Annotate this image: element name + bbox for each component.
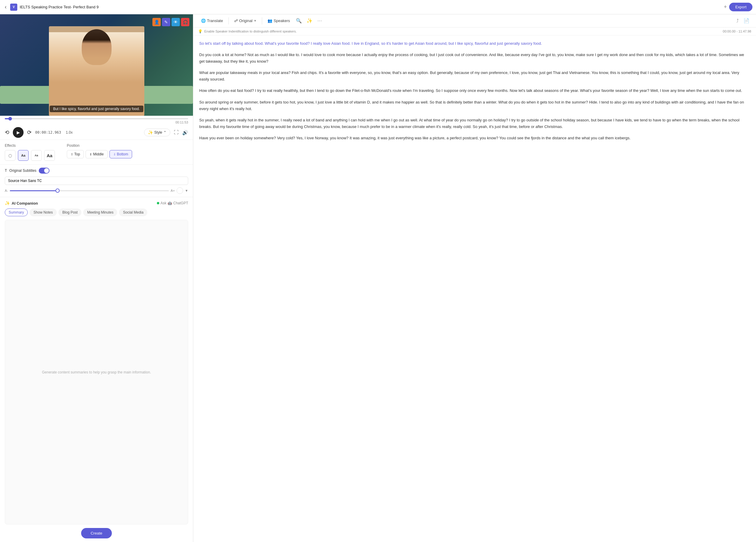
effects-section: Effects ◌ Aa Aa Aa [5, 143, 55, 161]
video-icon-edit[interactable]: ✎ [162, 18, 170, 26]
video-icon-face[interactable]: 👤 [152, 18, 161, 26]
style-label: Style [154, 130, 162, 135]
ai-companion-panel: ✨ AI Companion Ask 🤖 ChatGPT Summary Sho… [0, 197, 193, 542]
video-player: 👤 ✎ 👁 🎧 But I like spicy, flavorful and … [0, 14, 193, 116]
ai-companion-title: ✨ AI Companion [5, 201, 38, 206]
subtitles-label: Original Subtitles [9, 169, 36, 173]
right-panel: 🌐 Translate ☍ Original ▼ 👥 Speakers 🔍 ✨ … [193, 14, 756, 542]
video-head [82, 29, 112, 65]
video-person [49, 26, 144, 116]
aa1-icon: Aa [21, 154, 25, 157]
left-panel: 👤 ✎ 👁 🎧 But I like spicy, flavorful and … [0, 14, 193, 542]
create-button[interactable]: Create [81, 528, 112, 538]
translate-icon: 🌐 [201, 18, 206, 23]
dropdown-arrow-icon: ▼ [254, 19, 257, 22]
transcript-content[interactable]: So let's start off by talking about food… [193, 35, 756, 542]
original-icon: ☍ [234, 18, 238, 23]
tab-summary[interactable]: Summary [5, 209, 28, 216]
translate-button[interactable]: 🌐 Translate [198, 17, 226, 24]
subtitle-label: T [5, 169, 7, 173]
speaker-lightbulb-icon: 💡 [198, 29, 202, 33]
position-label: Position [67, 143, 132, 148]
font-color-picker[interactable] [177, 187, 183, 194]
tab-show-notes[interactable]: Show Notes [30, 209, 57, 216]
progress-time: 00:11:53 [5, 121, 188, 124]
translate-label: Translate [207, 18, 223, 23]
volume-button[interactable]: 🔊 [182, 130, 188, 135]
transcript-para-3: So around spring or early summer, before… [199, 99, 750, 112]
video-frame [0, 14, 193, 116]
screen-button[interactable]: ⛶ [174, 130, 179, 135]
back-button[interactable]: ‹ [4, 3, 8, 11]
effect-aa1-btn[interactable]: Aa [18, 150, 29, 161]
controls-area: ⟲ ▶ ⟳ 00:00:12.963 1.0x ✨ Style ⌃ ⛶ 🔊 [0, 125, 193, 140]
export-options-button[interactable]: 📄 [742, 17, 751, 25]
play-button[interactable]: ▶ [13, 127, 24, 138]
position-middle-button[interactable]: ⇕ Middle [86, 150, 107, 158]
subtitles-toggle-row: T Original Subtitles [5, 168, 188, 174]
speaker-identification-bar: 💡 Enable Speaker Indentification to dist… [193, 27, 756, 35]
subtitle-bar: But I like spicy, flavorful and just gen… [50, 106, 143, 112]
time-range-text: 00:00.00 - 11:47.98 [723, 30, 751, 33]
online-indicator [157, 202, 159, 204]
toggle-dot [44, 168, 49, 173]
ai-sparkle-icon: ✨ [5, 201, 10, 206]
tab-blog-post[interactable]: Blog Post [58, 209, 81, 216]
expand-button[interactable]: ⤴ [735, 17, 740, 25]
position-top-button[interactable]: ⇧ Top [67, 150, 84, 158]
color-dropdown-arrow[interactable]: ▼ [185, 189, 188, 192]
position-buttons: ⇧ Top ⇕ Middle ⇩ Bottom [67, 150, 132, 158]
ai-content-area: Generate content summaries to help you g… [5, 220, 188, 524]
video-icon-headphones[interactable]: 🎧 [181, 18, 189, 26]
transcript-para-0: Do you cook a lot at home? Not as much a… [199, 52, 750, 65]
bottom-arrow-icon: ⇩ [113, 153, 116, 156]
ask-gpt-area[interactable]: Ask 🤖 ChatGPT [157, 201, 188, 205]
style-button[interactable]: ✨ Style ⌃ [144, 129, 170, 136]
magic-wand-button[interactable]: ✨ [305, 17, 314, 25]
effect-clock-btn[interactable]: ◌ [5, 150, 16, 161]
subtitles-area: T Original Subtitles Source Han Sans TC … [0, 165, 193, 197]
subtitles-toggle[interactable] [39, 168, 50, 174]
effects-icons: ◌ Aa Aa Aa [5, 150, 55, 161]
tab-social-media[interactable]: Social Media [119, 209, 147, 216]
middle-arrow-icon: ⇕ [89, 153, 92, 156]
original-button[interactable]: ☍ Original ▼ [231, 17, 260, 24]
aa2-icon: Aa [35, 154, 38, 157]
current-time: 00:00:12.963 [35, 130, 61, 135]
effects-position-area: Effects ◌ Aa Aa Aa [0, 140, 193, 165]
speakers-button[interactable]: 👥 Speakers [265, 17, 293, 24]
position-bottom-label: Bottom [117, 152, 128, 156]
app-logo: V [10, 4, 17, 11]
progress-track[interactable] [5, 118, 188, 119]
main-layout: 👤 ✎ 👁 🎧 But I like spicy, flavorful and … [0, 14, 756, 542]
top-bar: ‹ V IELTS Speaking Practice Test- Perfec… [0, 0, 756, 14]
font-size-slider[interactable] [10, 190, 169, 191]
video-icon-eye[interactable]: 👁 [171, 18, 180, 26]
ask-label: Ask [160, 201, 166, 205]
effect-aa2-btn[interactable]: Aa [31, 150, 42, 161]
clock-icon: ◌ [8, 153, 12, 158]
more-options-button[interactable]: ⋯ [316, 17, 324, 25]
font-selector[interactable]: Source Han Sans TC [5, 177, 188, 185]
style-emoji: ✨ [148, 130, 153, 135]
aa3-icon: Aa [47, 153, 52, 158]
tab-meeting-minutes[interactable]: Meeting Minutes [83, 209, 117, 216]
speaker-bar-text: Enable Speaker Indentification to distin… [204, 30, 297, 33]
video-overlay-icons: 👤 ✎ 👁 🎧 [152, 18, 189, 26]
effects-label: Effects [5, 143, 55, 148]
add-tab-button[interactable]: + [724, 4, 727, 10]
position-bottom-button[interactable]: ⇩ Bottom [109, 150, 132, 158]
rewind-button[interactable]: ⟲ [5, 129, 9, 136]
subtitle-text: But I like spicy, flavorful and just gen… [53, 107, 140, 111]
search-button[interactable]: 🔍 [294, 17, 304, 25]
gpt-label: ChatGPT [173, 201, 188, 205]
position-middle-label: Middle [93, 152, 103, 156]
total-time: 00:11:53 [175, 121, 188, 124]
effect-aa3-btn[interactable]: Aa [44, 150, 55, 161]
ai-placeholder-text: Generate content summaries to help you g… [42, 370, 151, 374]
transcript-para-1: What are popular takeaway meals in your … [199, 70, 750, 83]
forward-button[interactable]: ⟳ [27, 129, 32, 136]
size-slider-thumb [55, 189, 60, 193]
export-button[interactable]: Export [729, 3, 752, 11]
style-chevron: ⌃ [163, 130, 166, 135]
